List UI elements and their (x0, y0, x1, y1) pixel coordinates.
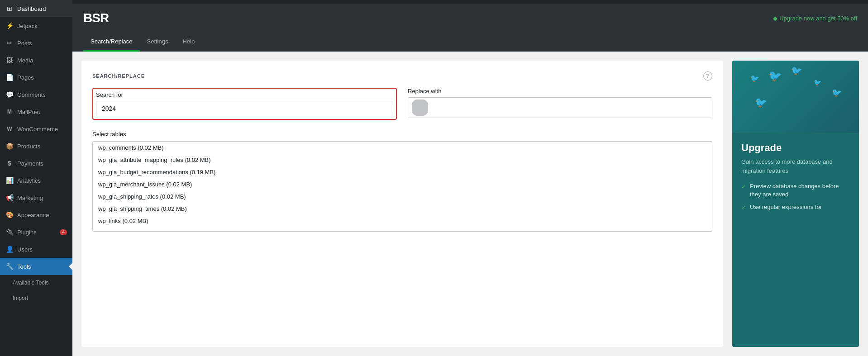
check-icon-2: ✓ (741, 204, 746, 212)
tables-list[interactable]: wp_comments (0.02 MB)wp_gla_attribute_ma… (92, 141, 712, 232)
help-icon[interactable]: ? (703, 71, 712, 81)
sidebar-item-label: Users (17, 246, 33, 253)
sidebar-item-posts[interactable]: ✏ Posts (0, 34, 72, 52)
table-list-item[interactable]: wp_gla_shipping_times (0.02 MB) (93, 203, 712, 215)
sidebar-item-label: Import (13, 295, 28, 301)
sidebar-item-label: Appearance (17, 212, 49, 218)
replace-field-label: Replace with (408, 88, 712, 95)
upgrade-title: Upgrade (741, 142, 850, 154)
sidebar-item-jetpack[interactable]: ⚡ Jetpack (0, 17, 72, 34)
sidebar-item-plugins[interactable]: 🔌 Plugins 4 (0, 223, 72, 241)
users-icon: 👤 (5, 245, 14, 253)
media-icon: 🖼 (5, 56, 14, 64)
sidebar-item-label: Posts (17, 40, 32, 47)
sidebar-item-label: Analytics (17, 177, 41, 184)
sidebar-item-mailpoet[interactable]: M MailPoet (0, 103, 72, 120)
table-list-item[interactable]: wp_gla_shipping_rates (0.02 MB) (93, 190, 712, 203)
woocommerce-icon: W (5, 125, 14, 133)
active-arrow (69, 263, 72, 270)
section-title: SEARCH/REPLACE ? (92, 71, 712, 81)
upgrade-description: Gain access to more database and migrati… (741, 157, 850, 175)
tab-label: Search/Replace (91, 38, 133, 45)
sidebar-item-analytics[interactable]: 📊 Analytics (0, 172, 72, 189)
section-title-text: SEARCH/REPLACE (92, 73, 145, 79)
plugins-badge: 4 (60, 229, 67, 235)
replace-toggle[interactable] (412, 100, 428, 116)
appearance-icon: 🎨 (5, 211, 14, 219)
sidebar-item-label: Tools (17, 263, 31, 270)
plugin-logo: BSR (83, 11, 109, 25)
feature-text-2: Use regular expressions for (750, 203, 822, 211)
tab-label: Help (182, 38, 195, 45)
sidebar-item-label: Pages (17, 74, 34, 81)
tab-settings[interactable]: Settings (140, 33, 176, 52)
bird-icon-1: 🐦 (750, 74, 759, 83)
diamond-icon: ◆ (773, 15, 777, 22)
products-icon: 📦 (5, 142, 14, 150)
plugin-header: BSR ◆ Upgrade now and get 50% off (72, 4, 868, 33)
sidebar-item-appearance[interactable]: 🎨 Appearance (0, 206, 72, 223)
tools-icon: 🔧 (5, 262, 14, 271)
upgrade-panel: 🐦 🐦 🐦 🐦 🐦 🐦 Upgrade Gain access to more … (732, 61, 859, 347)
feature-text-1: Preview database changes before they are… (750, 182, 850, 199)
search-field-group: Search for (92, 88, 397, 120)
bird-icon-2: 🐦 (768, 70, 782, 82)
sidebar-item-label: Dashboard (17, 5, 46, 12)
search-input[interactable] (96, 101, 393, 116)
table-list-item[interactable]: wp_comments (0.02 MB) (93, 142, 712, 154)
table-list-item[interactable]: wp_lmfwc_activations (0.02 MB) (93, 227, 712, 232)
sidebar-item-payments[interactable]: $ Payments (0, 155, 72, 172)
upgrade-illustration: 🐦 🐦 🐦 🐦 🐦 🐦 (732, 61, 859, 133)
sidebar-item-label: Marketing (17, 195, 43, 201)
sidebar-item-label: Jetpack (17, 23, 38, 29)
bird-icon-4: 🐦 (814, 79, 821, 86)
upgrade-link[interactable]: ◆ Upgrade now and get 50% off (773, 15, 857, 22)
sidebar-item-label: Products (17, 143, 40, 150)
content-area: SEARCH/REPLACE ? Search for Replace with (72, 52, 868, 356)
sidebar-item-media[interactable]: 🖼 Media (0, 52, 72, 69)
table-list-item[interactable]: wp_gla_merchant_issues (0.02 MB) (93, 178, 712, 190)
comments-icon: 💬 (5, 90, 14, 99)
sidebar-item-woocommerce[interactable]: W WooCommerce (0, 120, 72, 138)
replace-field-group: Replace with (408, 88, 712, 120)
select-tables-label: Select tables (92, 131, 712, 138)
sidebar-item-label: Available Tools (13, 280, 49, 286)
pages-icon: 📄 (5, 73, 14, 81)
upgrade-feature-1: ✓ Preview database changes before they a… (741, 182, 850, 199)
payments-icon: $ (5, 159, 14, 167)
posts-icon: ✏ (5, 39, 14, 47)
sidebar-item-available-tools[interactable]: Available Tools (0, 275, 72, 290)
upgrade-content: Upgrade Gain access to more database and… (732, 133, 859, 226)
tab-label: Settings (147, 38, 168, 45)
sidebar-item-tools[interactable]: 🔧 Tools (0, 258, 72, 275)
sidebar-item-products[interactable]: 📦 Products (0, 138, 72, 155)
sidebar-item-label: Plugins (17, 229, 37, 236)
sidebar-item-label: Payments (17, 160, 43, 167)
sidebar-item-import[interactable]: Import (0, 290, 72, 306)
tab-search-replace[interactable]: Search/Replace (83, 33, 140, 52)
bird-icon-5: 🐦 (832, 88, 842, 98)
search-field-label: Search for (96, 91, 393, 98)
jetpack-icon: ⚡ (5, 22, 14, 30)
sidebar-item-label: Comments (17, 91, 46, 98)
sidebar-item-label: MailPoet (17, 109, 40, 115)
sidebar-item-marketing[interactable]: 📢 Marketing (0, 189, 72, 206)
mailpoet-icon: M (5, 108, 14, 116)
tab-help[interactable]: Help (175, 33, 202, 52)
upgrade-link-text: Upgrade now and get 50% off (779, 15, 857, 22)
bird-icon-6: 🐦 (755, 97, 767, 109)
table-list-item[interactable]: wp_links (0.02 MB) (93, 215, 712, 227)
table-list-item[interactable]: wp_gla_attribute_mapping_rules (0.02 MB) (93, 154, 712, 166)
sidebar-item-pages[interactable]: 📄 Pages (0, 69, 72, 86)
main-content: BSR ◆ Upgrade now and get 50% off Search… (72, 0, 868, 356)
sidebar: ⊞ Dashboard ⚡ Jetpack ✏ Posts 🖼 Media 📄 … (0, 0, 72, 356)
marketing-icon: 📢 (5, 194, 14, 202)
replace-input[interactable] (432, 100, 712, 115)
upgrade-feature-2: ✓ Use regular expressions for (741, 203, 850, 212)
sidebar-item-dashboard[interactable]: ⊞ Dashboard (0, 0, 72, 17)
plugins-icon: 🔌 (5, 228, 14, 236)
table-list-item[interactable]: wp_gla_budget_recommendations (0.19 MB) (93, 166, 712, 178)
sidebar-item-users[interactable]: 👤 Users (0, 241, 72, 258)
sidebar-item-comments[interactable]: 💬 Comments (0, 86, 72, 103)
search-field-wrapper: Search for (92, 88, 397, 120)
